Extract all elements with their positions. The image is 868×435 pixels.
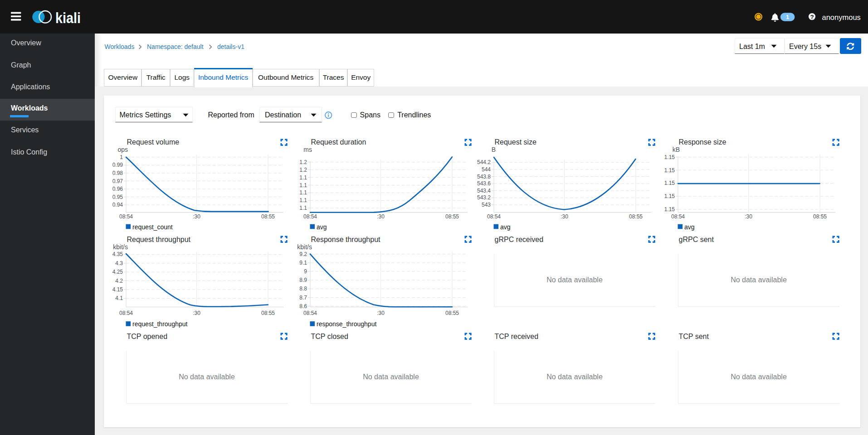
svg-text:No data available: No data available <box>546 373 603 381</box>
svg-text::30: :30 <box>377 310 385 316</box>
svg-text:kiali: kiali <box>55 9 81 26</box>
svg-text:No data available: No data available <box>546 276 603 284</box>
svg-text:08:55: 08:55 <box>261 310 275 316</box>
svg-text:08:55: 08:55 <box>629 213 643 220</box>
svg-text:?: ? <box>810 14 814 20</box>
svg-text:543: 543 <box>482 202 491 208</box>
svg-text:1.15: 1.15 <box>664 193 675 199</box>
svg-text:TCP received: TCP received <box>495 333 539 340</box>
svg-text:1.2: 1.2 <box>299 159 307 165</box>
svg-text:request_count: request_count <box>132 223 173 231</box>
svg-text::30: :30 <box>193 213 200 220</box>
svg-text:No data available: No data available <box>731 373 787 381</box>
svg-text:No data available: No data available <box>731 276 787 284</box>
svg-text:kB: kB <box>672 146 679 153</box>
svg-text:No data available: No data available <box>363 373 419 381</box>
svg-text:08:54: 08:54 <box>303 310 317 316</box>
svg-text:Response size: Response size <box>678 138 726 146</box>
svg-text::30: :30 <box>561 213 568 220</box>
svg-text:0.96: 0.96 <box>112 186 123 192</box>
svg-text:543.6: 543.6 <box>477 180 491 187</box>
svg-text:4.2: 4.2 <box>115 278 123 284</box>
svg-text:9.2: 9.2 <box>299 251 307 257</box>
svg-text:Request volume: Request volume <box>127 138 180 146</box>
svg-text:543.2: 543.2 <box>477 194 491 201</box>
svg-text:9: 9 <box>304 268 307 275</box>
svg-text:No data available: No data available <box>179 373 235 381</box>
svg-text:4.3: 4.3 <box>115 260 123 266</box>
svg-text::30: :30 <box>745 213 752 220</box>
svg-text:1.1: 1.1 <box>299 189 307 196</box>
svg-text:avg: avg <box>684 223 695 231</box>
svg-text:Request duration: Request duration <box>311 138 366 146</box>
svg-text:08:55: 08:55 <box>813 213 826 220</box>
svg-text:544.2: 544.2 <box>477 159 491 165</box>
svg-text:543.8: 543.8 <box>477 174 491 180</box>
svg-text:9.1: 9.1 <box>299 260 307 266</box>
svg-text:08:55: 08:55 <box>261 213 275 220</box>
svg-text:1.15: 1.15 <box>664 180 675 186</box>
svg-text:08:55: 08:55 <box>445 213 458 220</box>
svg-text:4.1: 4.1 <box>115 295 123 301</box>
svg-text:08:54: 08:54 <box>671 213 684 220</box>
svg-text:4.25: 4.25 <box>112 269 123 275</box>
svg-text:0.98: 0.98 <box>112 170 123 176</box>
svg-text:1.1: 1.1 <box>299 174 307 181</box>
svg-text:B: B <box>492 146 496 153</box>
svg-text:TCP sent: TCP sent <box>678 333 709 340</box>
svg-text:ms: ms <box>303 146 312 153</box>
svg-text:avg: avg <box>500 223 511 231</box>
svg-text:08:55: 08:55 <box>445 310 458 316</box>
svg-text:08:54: 08:54 <box>487 213 501 220</box>
svg-text:avg: avg <box>317 223 327 231</box>
svg-text:request_throughput: request_throughput <box>132 320 188 328</box>
svg-text:544: 544 <box>482 166 491 173</box>
svg-text::30: :30 <box>193 310 200 316</box>
svg-text:08:54: 08:54 <box>303 213 317 220</box>
svg-text:1.1: 1.1 <box>299 197 307 203</box>
svg-text:1.1: 1.1 <box>299 205 307 211</box>
svg-text:1.15: 1.15 <box>664 154 675 160</box>
svg-text:1.2: 1.2 <box>299 167 307 173</box>
svg-text:0.95: 0.95 <box>112 194 123 200</box>
svg-text:Request size: Request size <box>495 138 537 146</box>
svg-text:TCP opened: TCP opened <box>127 333 168 340</box>
svg-text:TCP closed: TCP closed <box>311 333 348 340</box>
svg-text:1: 1 <box>120 154 123 160</box>
svg-text:8.8: 8.8 <box>299 285 307 292</box>
svg-text:kbit/s: kbit/s <box>113 243 128 251</box>
svg-text:kbit/s: kbit/s <box>297 243 312 251</box>
svg-text:08:54: 08:54 <box>119 310 133 316</box>
svg-text:response_throughput: response_throughput <box>317 320 376 328</box>
svg-text:8.7: 8.7 <box>299 295 307 301</box>
svg-text:gRPC received: gRPC received <box>495 236 544 243</box>
svg-text:8.9: 8.9 <box>299 277 307 283</box>
svg-text:0.99: 0.99 <box>112 162 123 168</box>
svg-text:ops: ops <box>117 146 128 153</box>
svg-text:Response throughput: Response throughput <box>311 236 380 243</box>
svg-text:1.1: 1.1 <box>299 182 307 188</box>
svg-text:08:54: 08:54 <box>119 213 133 220</box>
svg-text:1: 1 <box>786 14 789 20</box>
svg-text:543.4: 543.4 <box>477 188 491 194</box>
svg-text:0.94: 0.94 <box>112 202 123 208</box>
svg-text:0.97: 0.97 <box>112 178 123 184</box>
svg-text:4.15: 4.15 <box>112 286 123 293</box>
svg-text:gRPC sent: gRPC sent <box>678 236 714 243</box>
svg-text:1.15: 1.15 <box>664 206 675 213</box>
svg-text::30: :30 <box>377 213 385 220</box>
svg-text:4.35: 4.35 <box>112 251 123 257</box>
svg-text:8.6: 8.6 <box>299 303 307 309</box>
svg-text:Request throughput: Request throughput <box>127 236 191 243</box>
svg-text:1.15: 1.15 <box>664 167 675 174</box>
svg-text:anonymous: anonymous <box>822 13 861 21</box>
